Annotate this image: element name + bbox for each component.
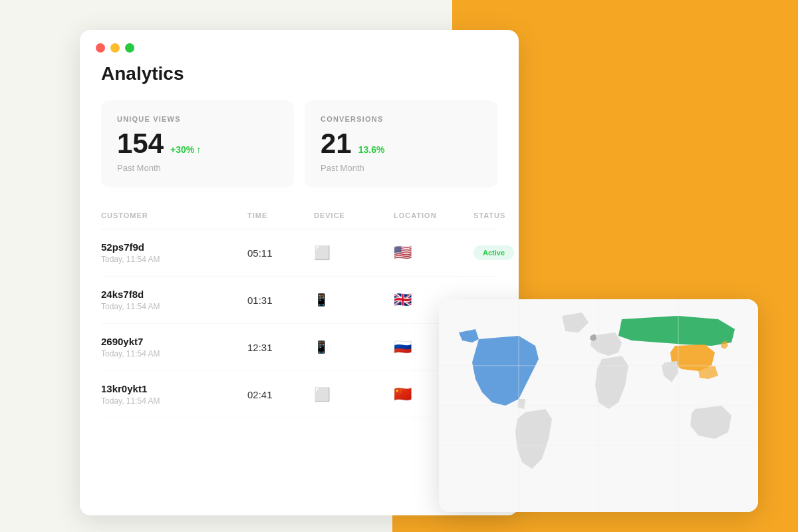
stat-label-conversions: CONVERSIONS (321, 115, 481, 123)
stat-change-conversions: 13.6% (358, 144, 385, 155)
customer-cell: 52ps7f9d Today, 11:54 AM (101, 241, 247, 264)
col-header-device: DEVICE (314, 211, 394, 219)
stat-period-views: Past Month (117, 163, 278, 173)
col-header-status: STATUS (473, 211, 519, 219)
table-row: 24ks7f8d Today, 11:54 AM 01:31 📱 🇬🇧 (101, 277, 497, 324)
session-time: 05:11 (247, 247, 314, 259)
customer-timestamp: Today, 11:54 AM (101, 302, 247, 311)
device-icon-mobile: 📱 (314, 293, 394, 307)
customer-id: 2690ykt7 (101, 336, 247, 347)
customer-timestamp: Today, 11:54 AM (101, 349, 247, 358)
window-controls (80, 30, 519, 63)
status-badge: Active (473, 245, 514, 260)
stat-change-views: +30% ↑ (170, 144, 201, 155)
col-header-time: TIME (247, 211, 314, 219)
arrow-up-icon: ↑ (196, 144, 201, 155)
stat-card-views: UNIQUE VIEWS 154 +30% ↑ Past Month (101, 100, 294, 188)
stat-card-conversions: CONVERSIONS 21 13.6% Past Month (305, 100, 497, 188)
world-map-svg (439, 299, 758, 512)
customer-cell: 13kr0ykt1 Today, 11:54 AM (101, 383, 247, 406)
customer-cell: 24ks7f8d Today, 11:54 AM (101, 289, 247, 311)
stat-value-row-conversions: 21 13.6% (321, 130, 481, 158)
customer-id: 13kr0ykt1 (101, 383, 247, 394)
stat-period-conversions: Past Month (321, 163, 481, 173)
session-time: 02:41 (247, 389, 314, 400)
table-row: 13kr0ykt1 Today, 11:54 AM 02:41 ⬜ 🇨🇳 (101, 371, 497, 418)
maximize-button[interactable] (125, 43, 134, 53)
stats-row: UNIQUE VIEWS 154 +30% ↑ Past Month CONVE… (80, 100, 519, 206)
customer-id: 24ks7f8d (101, 289, 247, 300)
location-flag: 🇺🇸 (394, 244, 473, 261)
col-header-customer: CUSTOMER (101, 211, 247, 219)
stat-value-conversions: 21 (321, 130, 352, 158)
customer-cell: 2690ykt7 Today, 11:54 AM (101, 336, 247, 358)
col-header-location: LOCATION (394, 211, 473, 219)
table-header: CUSTOMER TIME DEVICE LOCATION STATUS (101, 206, 497, 229)
device-icon-mobile: 📱 (314, 340, 394, 354)
map-card (439, 299, 758, 512)
minimize-button[interactable] (110, 43, 120, 53)
close-button[interactable] (96, 43, 105, 53)
customer-id: 52ps7f9d (101, 241, 247, 253)
customer-timestamp: Today, 11:54 AM (101, 396, 247, 406)
device-icon-desktop: ⬜ (314, 386, 394, 402)
customer-timestamp: Today, 11:54 AM (101, 255, 247, 264)
stat-label-views: UNIQUE VIEWS (117, 115, 278, 123)
device-icon-desktop: ⬜ (314, 245, 394, 261)
status-cell: Active (473, 245, 519, 260)
page-title: Analytics (80, 63, 519, 100)
table-row: 2690ykt7 Today, 11:54 AM 12:31 📱 🇷🇺 (101, 324, 497, 371)
table-row: 52ps7f9d Today, 11:54 AM 05:11 ⬜ 🇺🇸 Acti… (101, 229, 497, 277)
stat-value-row-views: 154 +30% ↑ (117, 130, 278, 158)
session-time: 01:31 (247, 295, 314, 306)
session-time: 12:31 (247, 342, 314, 353)
stat-value-views: 154 (117, 130, 164, 158)
